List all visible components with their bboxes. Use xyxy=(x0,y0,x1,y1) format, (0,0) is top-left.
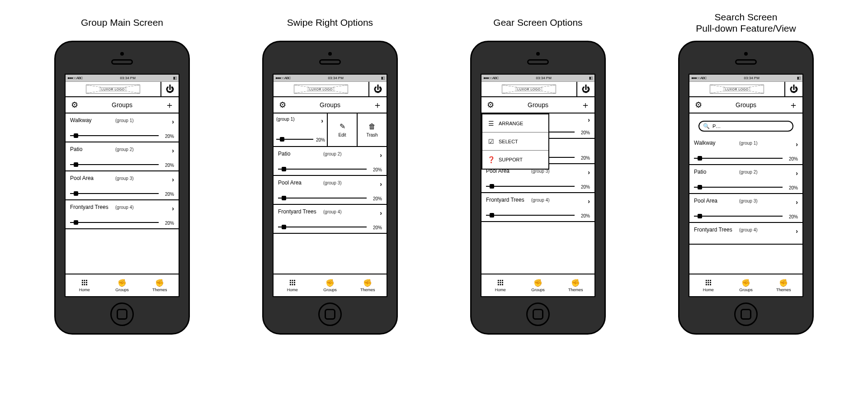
check-icon: ☑ xyxy=(487,138,495,145)
brightness-value: 20% xyxy=(789,185,798,190)
brightness-slider[interactable] xyxy=(278,198,367,199)
group-subtitle: (group 4) xyxy=(323,209,342,214)
tab-groups[interactable]: ✊Groups xyxy=(519,274,557,296)
add-button[interactable]: ＋ xyxy=(576,99,594,111)
gear-icon[interactable]: ⚙ xyxy=(689,100,708,110)
grid-icon xyxy=(705,279,712,286)
brightness-slider[interactable] xyxy=(70,164,159,165)
chevron-right-icon[interactable]: › xyxy=(172,118,174,125)
tab-groups[interactable]: ✊Groups xyxy=(727,274,764,296)
chevron-right-icon[interactable]: › xyxy=(321,117,323,124)
tab-home[interactable]: Home xyxy=(689,274,727,296)
add-button[interactable]: ＋ xyxy=(784,99,802,111)
logo-bar: LUXOR LOGO ⏻ xyxy=(274,82,387,97)
add-button[interactable]: ＋ xyxy=(368,99,387,111)
tab-themes[interactable]: ✊Themes xyxy=(349,274,387,296)
brightness-slider[interactable] xyxy=(486,215,575,216)
brightness-value: 20% xyxy=(373,167,382,172)
chevron-right-icon[interactable]: › xyxy=(796,141,798,148)
brightness-slider[interactable] xyxy=(278,169,367,170)
clock-label: 03:34 PM xyxy=(744,76,760,80)
brightness-slider[interactable] xyxy=(70,135,159,136)
list-item-collapsed[interactable]: (group 1) › 20% xyxy=(274,113,328,146)
group-subtitle: (group 1) xyxy=(115,118,134,123)
chevron-right-icon[interactable]: › xyxy=(588,116,590,123)
brightness-slider[interactable] xyxy=(70,193,159,194)
group-subtitle: (group 2) xyxy=(115,147,134,152)
chevron-right-icon[interactable]: › xyxy=(796,170,798,177)
gear-icon[interactable]: ⚙ xyxy=(481,100,500,110)
list-item[interactable]: Patio (group 2) › 20% xyxy=(66,142,179,171)
brightness-slider[interactable] xyxy=(486,186,575,187)
group-name: Pool Area xyxy=(278,180,302,186)
chevron-right-icon[interactable]: › xyxy=(380,180,382,188)
gear-icon[interactable]: ⚙ xyxy=(274,100,292,110)
group-subtitle: (group 2) xyxy=(323,151,342,156)
list-item[interactable]: Frontyard Trees (group 4) › 20% xyxy=(481,193,594,222)
tab-themes[interactable]: ✊Themes xyxy=(557,274,594,296)
list-item[interactable]: Pool Area (group 3) › 20% xyxy=(66,171,179,200)
tab-themes[interactable]: ✊Themes xyxy=(141,274,179,296)
chevron-right-icon[interactable]: › xyxy=(172,147,174,154)
home-button[interactable] xyxy=(734,303,758,326)
grid-icon xyxy=(81,279,88,286)
brightness-slider[interactable] xyxy=(694,187,783,188)
power-button[interactable]: ⏻ xyxy=(160,82,179,96)
brightness-slider[interactable] xyxy=(276,139,313,140)
list-item-swiped[interactable]: (group 1) › 20% ✎ Edit 🗑 Trash xyxy=(274,113,387,147)
chevron-right-icon[interactable]: › xyxy=(796,199,798,206)
list-item[interactable]: Frontyard Trees (group 4) › 20% xyxy=(66,200,179,229)
gear-icon[interactable]: ⚙ xyxy=(66,100,84,110)
search-query: P… xyxy=(712,123,721,129)
groups-icon: ✊ xyxy=(741,279,750,287)
carrier-label: ●●●○○ ABC xyxy=(691,76,706,80)
list-item[interactable]: Frontyard Trees (group 4) › 20% xyxy=(274,205,387,234)
home-button[interactable] xyxy=(318,303,342,326)
chevron-right-icon[interactable]: › xyxy=(380,209,382,217)
brightness-slider[interactable] xyxy=(278,227,367,227)
phone-frame: ●●●○○ ABC 03:34 PM ▮▯ LUXOR LOGO ⏻ ⚙ Gro… xyxy=(470,41,606,335)
group-subtitle: (group 4) xyxy=(115,205,134,210)
add-button[interactable]: ＋ xyxy=(160,99,179,111)
trash-button[interactable]: 🗑 Trash xyxy=(358,113,387,146)
brightness-value: 20% xyxy=(165,163,174,168)
gear-menu-arrange[interactable]: ☰ ARRANGE xyxy=(482,114,548,132)
brightness-slider[interactable] xyxy=(694,158,783,159)
groups-icon: ✊ xyxy=(118,279,127,287)
search-icon: 🔍 xyxy=(703,123,710,129)
brightness-slider[interactable] xyxy=(694,216,783,217)
power-button[interactable]: ⏻ xyxy=(576,82,594,96)
list-item[interactable]: Patio (group 2) › 20% xyxy=(689,165,802,194)
edit-button[interactable]: ✎ Edit xyxy=(328,113,358,146)
list-item[interactable]: Walkway (group 1) › 20% xyxy=(689,136,802,165)
gear-menu-support[interactable]: ❓ SUPPORT xyxy=(482,151,548,169)
list-item[interactable]: Pool Area (group 3) › 20% xyxy=(274,176,387,205)
themes-icon: ✊ xyxy=(363,279,372,287)
list-item[interactable]: Patio (group 2) › 20% xyxy=(274,147,387,176)
chevron-right-icon[interactable]: › xyxy=(172,176,174,183)
tab-groups[interactable]: ✊Groups xyxy=(311,274,349,296)
tab-groups[interactable]: ✊Groups xyxy=(103,274,141,296)
tab-themes[interactable]: ✊Themes xyxy=(765,274,802,296)
brightness-slider[interactable] xyxy=(70,222,159,223)
chevron-right-icon[interactable]: › xyxy=(172,205,174,212)
power-button[interactable]: ⏻ xyxy=(784,82,802,96)
home-button[interactable] xyxy=(110,303,134,326)
list-item[interactable]: Walkway (group 1) › 20% xyxy=(66,113,179,142)
home-button[interactable] xyxy=(526,303,550,326)
chevron-right-icon[interactable]: › xyxy=(796,227,798,235)
action-label: Trash xyxy=(366,132,377,137)
tab-home[interactable]: Home xyxy=(66,274,103,296)
tab-label: Groups xyxy=(115,288,129,292)
list-item[interactable]: Pool Area (group 3) › 20% xyxy=(689,194,802,223)
search-input[interactable]: 🔍 P… xyxy=(698,121,793,132)
tab-home[interactable]: Home xyxy=(274,274,311,296)
chevron-right-icon[interactable]: › xyxy=(588,198,590,205)
chevron-right-icon[interactable]: › xyxy=(380,151,382,159)
chevron-right-icon[interactable]: › xyxy=(588,169,590,176)
gear-menu-select[interactable]: ☑ SELECT xyxy=(482,132,548,151)
tab-home[interactable]: Home xyxy=(481,274,519,296)
power-button[interactable]: ⏻ xyxy=(368,82,387,96)
list-item[interactable]: Frontyard Trees (group 4) › xyxy=(689,223,802,245)
camera-dot xyxy=(744,52,748,56)
